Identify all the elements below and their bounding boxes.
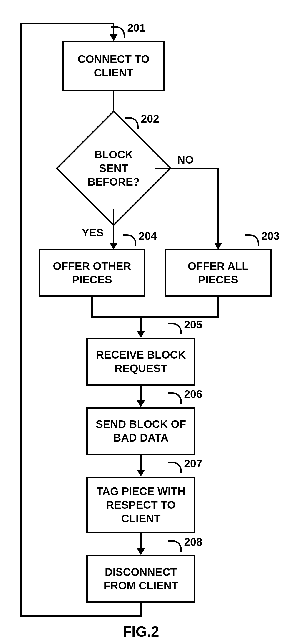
label-yes: YES — [82, 226, 104, 239]
ref-203: 203 — [261, 230, 280, 242]
edge-202-yes — [113, 209, 114, 244]
node-decision-text: BLOCK SENT BEFORE? — [73, 128, 155, 209]
leader-203 — [246, 234, 259, 246]
ref-201: 201 — [127, 22, 145, 34]
ref-208: 208 — [184, 536, 202, 548]
leader-208 — [168, 540, 182, 552]
ref-207: 207 — [184, 457, 202, 470]
arrow-207-208 — [137, 548, 145, 555]
arrow-206-207 — [137, 470, 145, 476]
leader-204 — [123, 234, 136, 246]
edge-join-h — [91, 316, 219, 318]
edge-loop-into — [113, 23, 114, 35]
node-connect: CONNECT TO CLIENT — [62, 41, 165, 91]
edge-loop-top — [20, 23, 114, 24]
ref-206: 206 — [184, 388, 202, 400]
leader-205 — [168, 323, 182, 334]
node-offer-all-text: OFFER ALL PIECES — [188, 259, 249, 287]
edge-204-down — [91, 297, 93, 317]
edge-203-down — [218, 297, 219, 317]
label-no: NO — [177, 154, 194, 166]
arrow-205-206 — [137, 400, 145, 407]
ref-202: 202 — [141, 112, 159, 125]
edge-loop-down — [140, 603, 142, 616]
node-offer-other-text: OFFER OTHER PIECES — [53, 259, 131, 287]
node-receive-text: RECEIVE BLOCK REQUEST — [96, 348, 186, 375]
leader-202 — [125, 117, 139, 128]
node-disconnect-text: DISCONNECT FROM CLIENT — [104, 565, 178, 592]
node-receive: RECEIVE BLOCK REQUEST — [86, 338, 195, 386]
arrow-202-203 — [214, 243, 222, 250]
leader-206 — [168, 392, 182, 404]
node-connect-text: CONNECT TO CLIENT — [78, 52, 150, 80]
leader-207 — [168, 462, 182, 473]
arrow-join-205 — [137, 331, 145, 338]
edge-205-206 — [140, 386, 142, 402]
node-offer-all: OFFER ALL PIECES — [165, 249, 272, 297]
arrow-loop-201 — [109, 34, 118, 41]
node-disconnect: DISCONNECT FROM CLIENT — [86, 555, 195, 603]
figure-caption: FIG.2 — [123, 623, 159, 640]
edge-loop-left — [20, 615, 142, 617]
node-tag-text: TAG PIECE WITH RESPECT TO CLIENT — [96, 484, 185, 526]
decision-text-span: BLOCK SENT BEFORE? — [87, 148, 140, 189]
edge-join-down — [140, 316, 142, 332]
ref-204: 204 — [139, 230, 157, 242]
node-send-bad-text: SEND BLOCK OF BAD DATA — [96, 418, 186, 445]
edge-206-207 — [140, 455, 142, 471]
node-send-bad: SEND BLOCK OF BAD DATA — [86, 407, 195, 455]
node-tag: TAG PIECE WITH RESPECT TO CLIENT — [86, 476, 195, 534]
ref-205: 205 — [184, 318, 202, 331]
edge-202-no-h — [155, 168, 218, 169]
node-decision: BLOCK SENT BEFORE? — [73, 128, 155, 209]
edge-loop-up — [20, 23, 22, 617]
edge-202-no-v — [218, 168, 219, 244]
edge-207-208 — [140, 534, 142, 549]
node-offer-other: OFFER OTHER PIECES — [39, 249, 145, 297]
arrow-202-204 — [109, 243, 118, 250]
